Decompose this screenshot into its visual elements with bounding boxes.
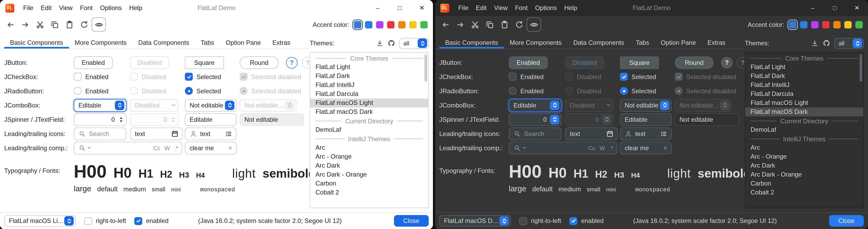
search-with-options-field[interactable]: CcW.* (509, 142, 617, 154)
theme-item[interactable]: Arc Dark - Orange (745, 170, 863, 179)
tab-data-components[interactable]: Data Components (132, 36, 195, 49)
themes-list[interactable]: Core ThemesFlatLaf LightFlatLaf DarkFlat… (310, 52, 429, 208)
enabled-button[interactable]: Enabled (509, 56, 548, 69)
paste-button[interactable] (497, 18, 512, 32)
theme-item[interactable]: FlatLaf Darcula (745, 90, 863, 98)
regex-toggle[interactable]: .* (174, 145, 178, 151)
user-field[interactable]: text (185, 127, 237, 140)
clearable-field[interactable]: clear me× (620, 142, 672, 154)
square-button[interactable]: Square (185, 56, 224, 69)
checkbox-enabled[interactable]: Enabled (509, 73, 544, 81)
tab-extras[interactable]: Extras (702, 36, 731, 49)
theme-item[interactable]: Cobalt 2 (745, 188, 863, 197)
regex-toggle[interactable]: .* (609, 145, 613, 151)
maximize-button[interactable]: □ (824, 0, 846, 16)
tab-more-components[interactable]: More Components (504, 36, 567, 49)
editable-combobox[interactable]: Editable (509, 99, 561, 112)
accent-swatch[interactable] (376, 21, 383, 28)
theme-item[interactable]: Arc Dark - Orange (310, 170, 428, 179)
menu-view[interactable]: View (490, 0, 512, 16)
not-editable-combobox[interactable]: Not editable (185, 99, 237, 112)
not-editable-combobox[interactable]: Not editable (620, 99, 672, 112)
theme-item[interactable]: FlatLaf IntelliJ (310, 81, 428, 90)
theme-item[interactable]: Carbon (310, 179, 428, 188)
maximize-button[interactable]: □ (389, 0, 411, 16)
theme-item[interactable]: FlatLaf IntelliJ (745, 81, 863, 90)
spinner[interactable]: 0 (74, 113, 126, 126)
accent-swatch[interactable] (398, 21, 406, 28)
scrollbar-thumb[interactable] (860, 54, 862, 82)
close-window-button[interactable]: ✕ (411, 0, 433, 16)
radio-selected[interactable]: Selected (185, 87, 221, 95)
menu-font[interactable]: Font (76, 0, 96, 16)
radio-selected[interactable]: Selected (620, 87, 656, 95)
checkbox-selected[interactable]: Selected (185, 73, 221, 81)
accent-swatch[interactable] (822, 21, 830, 28)
tab-extras[interactable]: Extras (267, 36, 296, 49)
checkbox-selected[interactable]: Selected (620, 73, 656, 81)
search-field[interactable]: Search (74, 127, 126, 140)
cut-button[interactable] (33, 18, 47, 32)
minimize-button[interactable]: – (367, 0, 389, 16)
theme-item[interactable]: Arc Dark (310, 161, 428, 170)
refresh-button[interactable] (77, 18, 91, 32)
github-icon[interactable] (820, 37, 832, 49)
theme-item-selected[interactable]: FlatLaf macOS Dark (745, 108, 863, 116)
themes-list[interactable]: Core ThemesFlatLaf LightFlatLaf DarkFlat… (745, 52, 864, 208)
accent-swatch[interactable] (844, 21, 852, 28)
search-field[interactable]: Search (509, 127, 561, 140)
menu-file[interactable]: File (455, 0, 472, 16)
theme-item[interactable]: Arc (745, 143, 863, 152)
spinner[interactable]: 0 (509, 113, 561, 126)
laf-combo[interactable]: FlatLaf macOS Li... (4, 215, 76, 227)
editable-textfield[interactable]: Editable (620, 113, 672, 126)
forward-button[interactable] (453, 18, 467, 32)
menu-edit[interactable]: Edit (37, 0, 55, 16)
radio-enabled[interactable]: Enabled (509, 87, 544, 95)
menu-font[interactable]: Font (512, 0, 531, 16)
theme-item[interactable]: FlatLaf macOS Light (745, 98, 863, 108)
theme-item[interactable]: Arc - Orange (745, 152, 863, 161)
match-case-toggle[interactable]: Cc (153, 145, 160, 151)
accent-swatch[interactable] (409, 21, 416, 28)
close-window-button[interactable]: ✕ (846, 0, 868, 16)
help-button[interactable]: ? (721, 57, 733, 68)
menu-options[interactable]: Options (531, 0, 561, 16)
refresh-button[interactable] (512, 18, 526, 32)
clearable-field[interactable]: clear me× (185, 142, 237, 154)
laf-combo[interactable]: FlatLaf macOS D... (439, 215, 511, 227)
download-theme-icon[interactable] (809, 37, 820, 49)
accent-swatch[interactable] (811, 21, 818, 28)
editable-combobox[interactable]: Editable (74, 99, 126, 112)
checkbox-enabled[interactable]: Enabled (74, 73, 108, 81)
back-button[interactable] (3, 18, 18, 32)
radio-enabled[interactable]: Enabled (74, 87, 108, 95)
cut-button[interactable] (468, 18, 482, 32)
menu-edit[interactable]: Edit (472, 0, 490, 16)
accent-swatch-selected[interactable] (354, 21, 361, 28)
right-to-left-checkbox[interactable]: right-to-left (84, 217, 126, 225)
theme-item[interactable]: Carbon (745, 179, 863, 188)
accent-swatch[interactable] (833, 21, 841, 28)
square-button[interactable]: Square (620, 56, 659, 69)
round-button[interactable]: Round (240, 56, 279, 69)
tab-basic-components[interactable]: Basic Components (4, 36, 69, 49)
menu-options[interactable]: Options (96, 0, 126, 16)
date-field[interactable]: text (130, 127, 183, 140)
accent-swatch[interactable] (365, 21, 372, 28)
accent-swatch-selected[interactable] (789, 21, 796, 28)
whole-word-toggle[interactable]: W (600, 145, 605, 151)
paste-button[interactable] (62, 18, 76, 32)
show-hidden-toggle[interactable] (527, 18, 541, 32)
back-button[interactable] (438, 18, 453, 32)
theme-item[interactable]: FlatLaf macOS Dark (310, 108, 428, 116)
theme-item[interactable]: FlatLaf Light (310, 63, 428, 72)
clear-icon[interactable]: × (228, 144, 232, 151)
round-button[interactable]: Round (675, 56, 714, 69)
tab-tabs[interactable]: Tabs (195, 36, 220, 49)
theme-item-selected[interactable]: FlatLaf macOS Light (310, 98, 428, 108)
enabled-checkbox[interactable]: enabled (134, 217, 168, 225)
download-theme-icon[interactable] (374, 37, 385, 49)
tab-basic-components[interactable]: Basic Components (439, 36, 504, 49)
clear-icon[interactable]: × (663, 144, 667, 151)
